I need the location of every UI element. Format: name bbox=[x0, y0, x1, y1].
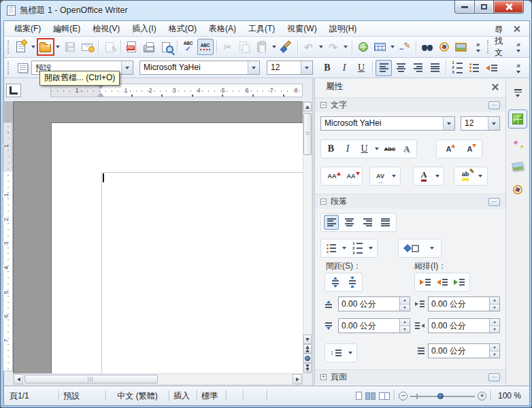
combo-dropdown-icon[interactable] bbox=[443, 117, 454, 130]
decrease-indent-button[interactable] bbox=[483, 60, 499, 76]
format-paintbrush-button[interactable] bbox=[278, 39, 295, 55]
menu-tools[interactable]: 工具(T) bbox=[242, 21, 281, 37]
copy-button[interactable] bbox=[237, 39, 253, 55]
horizontal-scroll-thumb[interactable] bbox=[24, 375, 158, 384]
view-single-page-icon[interactable] bbox=[356, 392, 362, 400]
line-spacing-dropdown[interactable] bbox=[347, 345, 354, 360]
sidebar-font-size-combo[interactable]: 12 bbox=[461, 116, 500, 131]
undo-button[interactable]: ↶ bbox=[301, 39, 317, 55]
below-spacing-field[interactable] bbox=[338, 318, 410, 333]
zoom-out-button[interactable]: − bbox=[399, 392, 408, 401]
status-page-style[interactable]: 預設 bbox=[63, 390, 101, 402]
table-dropdown[interactable] bbox=[389, 39, 396, 54]
next-page-button[interactable] bbox=[303, 363, 312, 373]
font-color-button[interactable]: A bbox=[416, 169, 431, 184]
page-section-header[interactable]: 頁面 bbox=[315, 369, 505, 384]
paragraph-background-dropdown[interactable] bbox=[429, 241, 435, 256]
indent-before-field[interactable] bbox=[428, 296, 500, 311]
find-replace-button[interactable] bbox=[419, 39, 435, 55]
underline-button[interactable]: U bbox=[353, 60, 369, 76]
sidebar-menu-button[interactable] bbox=[508, 84, 527, 103]
decrease-indent-button[interactable] bbox=[435, 275, 450, 290]
spinner[interactable] bbox=[399, 297, 410, 311]
combo-dropdown-icon[interactable] bbox=[301, 61, 312, 74]
navigation-button[interactable] bbox=[303, 354, 312, 363]
shadow-button[interactable]: A bbox=[399, 141, 414, 156]
align-justify-button[interactable] bbox=[427, 60, 443, 76]
uppercase-button[interactable]: AA bbox=[325, 169, 339, 184]
line-spacing-button[interactable]: ↕ bbox=[329, 345, 344, 360]
status-insert-mode[interactable]: 插入 bbox=[173, 390, 193, 402]
character-spacing-button[interactable]: AV bbox=[373, 169, 388, 184]
align-center-button[interactable] bbox=[393, 60, 409, 76]
strikethrough-button[interactable]: ABC bbox=[382, 141, 397, 156]
sidebar-align-center-button[interactable] bbox=[342, 215, 357, 230]
vertical-ruler[interactable]: 1 1 2 3 4 5 6 7 bbox=[3, 101, 13, 371]
undo-dropdown[interactable] bbox=[318, 39, 325, 54]
vertical-scroll-thumb[interactable] bbox=[303, 113, 312, 155]
menu-file[interactable]: 檔案(F) bbox=[8, 21, 47, 37]
scroll-right-button[interactable] bbox=[293, 374, 302, 384]
first-line-indent-input[interactable] bbox=[429, 344, 489, 358]
bullet-list-button[interactable] bbox=[466, 60, 482, 76]
gallery-button[interactable] bbox=[453, 39, 469, 55]
scroll-down-button[interactable] bbox=[303, 335, 312, 344]
styles-formatting-button[interactable] bbox=[14, 60, 31, 76]
font-size-combo[interactable]: 12 bbox=[267, 61, 313, 75]
vertical-scrollbar[interactable] bbox=[303, 101, 312, 373]
toolbar-grip[interactable] bbox=[7, 61, 12, 75]
email-button[interactable] bbox=[79, 39, 95, 55]
edit-file-button[interactable] bbox=[101, 39, 118, 55]
page-preview-button[interactable] bbox=[158, 39, 174, 55]
sidebar-underline-button[interactable]: U bbox=[357, 141, 372, 156]
status-page-count[interactable]: 頁1/1 bbox=[10, 390, 54, 402]
menu-insert[interactable]: 插入(I) bbox=[126, 21, 162, 37]
more-options-button[interactable] bbox=[488, 198, 500, 206]
document-view[interactable] bbox=[13, 101, 303, 373]
zoom-slider[interactable] bbox=[410, 392, 475, 401]
zoom-slider-thumb[interactable] bbox=[437, 393, 444, 399]
above-spacing-input[interactable] bbox=[339, 297, 399, 311]
status-language[interactable]: 中文 (繁體) bbox=[110, 390, 165, 402]
align-left-button[interactable] bbox=[376, 60, 392, 76]
menu-window[interactable]: 視窗(W) bbox=[281, 21, 322, 37]
paragraph-section-header[interactable]: 段落 bbox=[315, 194, 505, 209]
new-document-button[interactable] bbox=[13, 39, 29, 55]
paste-button[interactable] bbox=[254, 39, 270, 55]
indent-after-field[interactable] bbox=[428, 318, 500, 333]
menu-help[interactable]: 說明(H) bbox=[323, 21, 363, 37]
find-toolbar-grip[interactable] bbox=[487, 40, 490, 54]
find-toolbar-overflow-button[interactable] bbox=[510, 39, 527, 55]
new-document-dropdown[interactable] bbox=[30, 39, 37, 54]
increase-indent-button[interactable] bbox=[418, 275, 433, 290]
sidebar-close-icon[interactable] bbox=[491, 82, 500, 92]
text-section-header[interactable]: 文字 bbox=[315, 97, 505, 112]
expand-icon[interactable] bbox=[320, 374, 327, 380]
bold-button[interactable]: B bbox=[319, 60, 335, 76]
horizontal-ruler[interactable]: 1 1 2 3 4 5 6 7 8 bbox=[50, 84, 303, 97]
sidebar-align-left-button[interactable] bbox=[324, 215, 339, 230]
navigator-button[interactable] bbox=[436, 39, 452, 55]
menu-format[interactable]: 格式(O) bbox=[163, 21, 203, 37]
hyperlink-button[interactable] bbox=[355, 39, 371, 55]
align-right-button[interactable] bbox=[410, 60, 426, 76]
sidebar-align-right-button[interactable] bbox=[360, 215, 375, 230]
open-dropdown[interactable] bbox=[54, 39, 61, 54]
spinner[interactable] bbox=[489, 297, 499, 311]
view-book-icon[interactable] bbox=[379, 392, 390, 400]
menu-view[interactable]: 檢視(V) bbox=[86, 21, 126, 37]
tab-navigator[interactable] bbox=[508, 180, 527, 199]
maximize-button[interactable] bbox=[475, 1, 494, 14]
formatting-overflow-button[interactable] bbox=[510, 60, 527, 76]
combo-dropdown-icon[interactable] bbox=[248, 61, 259, 74]
scroll-track[interactable] bbox=[303, 156, 312, 335]
tab-styles[interactable] bbox=[508, 134, 527, 153]
tab-gallery[interactable] bbox=[508, 157, 527, 176]
decrease-font-size-button[interactable]: A bbox=[463, 141, 478, 156]
more-options-button[interactable] bbox=[488, 101, 500, 109]
sidebar-align-justify-button[interactable] bbox=[378, 215, 393, 230]
redo-button[interactable]: ↷ bbox=[325, 39, 342, 55]
status-zoom-value[interactable]: 100 % bbox=[495, 391, 524, 401]
sidebar-bullet-list-button[interactable] bbox=[324, 241, 339, 256]
switch-indent-button[interactable] bbox=[452, 275, 467, 290]
